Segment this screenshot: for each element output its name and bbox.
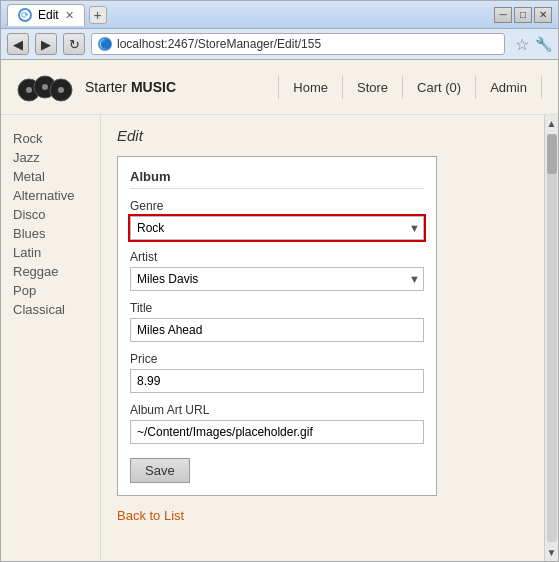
artist-label: Artist [130,250,424,264]
security-icon: 🔵 [98,37,112,51]
back-button[interactable]: ◀ [7,33,29,55]
scroll-track[interactable] [547,134,557,542]
svg-point-1 [26,87,32,93]
minimize-button[interactable]: ─ [494,7,512,23]
artist-select[interactable]: Miles Davis John Coltrane Art Blakey [130,267,424,291]
genre-group: Genre Rock Jazz Metal Alternative Disco … [130,199,424,240]
tab-close-icon[interactable]: ✕ [65,9,74,22]
refresh-button[interactable]: ↻ [63,33,85,55]
nav-admin[interactable]: Admin [476,76,542,99]
form-legend: Album [130,169,424,189]
back-to-list-link[interactable]: Back to List [117,508,528,523]
sidebar-item-jazz[interactable]: Jazz [9,148,92,167]
svg-point-5 [58,87,64,93]
scroll-down-icon[interactable]: ▼ [547,544,557,561]
site-title: Starter MUSIC [85,79,176,95]
tab-icon: ⟳ [18,8,32,22]
sidebar: Rock Jazz Metal Alternative Disco Blues … [1,115,101,561]
bookmark-icon[interactable]: ☆ [515,35,529,54]
svg-point-3 [42,84,48,90]
nav-cart[interactable]: Cart (0) [403,76,476,99]
title-label: Title [130,301,424,315]
address-bar[interactable]: 🔵 localhost:2467/StoreManager/Edit/155 [91,33,505,55]
scrollbar[interactable]: ▲ ▼ [544,115,558,561]
page-content: Starter MUSIC Home Store Cart (0) Admin … [1,60,558,561]
new-tab-button[interactable]: + [89,6,107,24]
album-art-input[interactable] [130,420,424,444]
album-art-label: Album Art URL [130,403,424,417]
settings-icon[interactable]: 🔧 [535,36,552,52]
sidebar-item-classical[interactable]: Classical [9,300,92,319]
sidebar-item-alternative[interactable]: Alternative [9,186,92,205]
nav-menu: Home Store Cart (0) Admin [278,76,542,99]
browser-tab[interactable]: ⟳ Edit ✕ [7,4,85,26]
album-form-box: Album Genre Rock Jazz Metal Alternative … [117,156,437,496]
genre-label: Genre [130,199,424,213]
price-input[interactable] [130,369,424,393]
logo-area: Starter MUSIC [17,68,176,106]
sidebar-item-latin[interactable]: Latin [9,243,92,262]
browser-window: ⟳ Edit ✕ + ─ □ ✕ ◀ ▶ ↻ 🔵 localhost:2467/… [0,0,559,562]
forward-button[interactable]: ▶ [35,33,57,55]
nav-store[interactable]: Store [343,76,403,99]
scroll-up-icon[interactable]: ▲ [547,115,557,132]
close-button[interactable]: ✕ [534,7,552,23]
title-input[interactable] [130,318,424,342]
page-title: Edit [117,127,528,144]
main-area: Edit Album Genre Rock Jazz Metal Alterna… [101,115,544,561]
restore-button[interactable]: □ [514,7,532,23]
price-label: Price [130,352,424,366]
sidebar-item-reggae[interactable]: Reggae [9,262,92,281]
sidebar-item-blues[interactable]: Blues [9,224,92,243]
price-group: Price [130,352,424,393]
artist-group: Artist Miles Davis John Coltrane Art Bla… [130,250,424,291]
sidebar-item-metal[interactable]: Metal [9,167,92,186]
genre-select[interactable]: Rock Jazz Metal Alternative Disco Blues … [130,216,424,240]
address-text: localhost:2467/StoreManager/Edit/155 [117,37,321,51]
sidebar-item-disco[interactable]: Disco [9,205,92,224]
logo-icon [17,68,77,106]
tab-title: Edit [38,8,59,22]
save-button[interactable]: Save [130,458,190,483]
title-group: Title [130,301,424,342]
site-header: Starter MUSIC Home Store Cart (0) Admin [1,60,558,115]
scroll-thumb[interactable] [547,134,557,174]
sidebar-item-rock[interactable]: Rock [9,129,92,148]
album-art-group: Album Art URL [130,403,424,444]
genre-select-wrapper: Rock Jazz Metal Alternative Disco Blues … [130,216,424,240]
browser-toolbar: ◀ ▶ ↻ 🔵 localhost:2467/StoreManager/Edit… [1,29,558,60]
main-layout: Rock Jazz Metal Alternative Disco Blues … [1,115,558,561]
nav-home[interactable]: Home [279,76,343,99]
window-controls: ─ □ ✕ [494,7,552,23]
sidebar-item-pop[interactable]: Pop [9,281,92,300]
artist-select-wrapper: Miles Davis John Coltrane Art Blakey ▼ [130,267,424,291]
title-bar: ⟳ Edit ✕ + ─ □ ✕ [1,1,558,29]
